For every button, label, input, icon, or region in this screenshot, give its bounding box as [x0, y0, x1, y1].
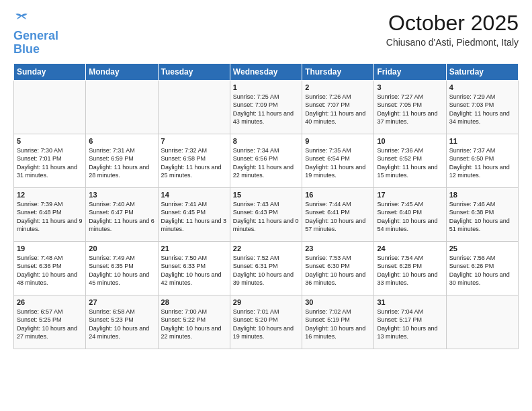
col-wednesday: Wednesday — [230, 63, 302, 80]
day-details: Sunrise: 7:29 AM Sunset: 7:03 PM Dayligh… — [449, 93, 515, 126]
table-row: 27Sunrise: 6:58 AM Sunset: 5:23 PM Dayli… — [86, 295, 158, 349]
table-row: 1Sunrise: 7:25 AM Sunset: 7:09 PM Daylig… — [230, 80, 302, 134]
table-row: 18Sunrise: 7:46 AM Sunset: 6:38 PM Dayli… — [446, 187, 518, 241]
day-details: Sunrise: 7:36 AM Sunset: 6:52 PM Dayligh… — [377, 146, 443, 180]
day-details: Sunrise: 7:41 AM Sunset: 6:45 PM Dayligh… — [161, 200, 227, 234]
day-details: Sunrise: 7:46 AM Sunset: 6:38 PM Dayligh… — [449, 200, 515, 234]
day-details: Sunrise: 7:50 AM Sunset: 6:33 PM Dayligh… — [161, 254, 227, 287]
day-details: Sunrise: 7:00 AM Sunset: 5:22 PM Dayligh… — [161, 308, 227, 341]
col-friday: Friday — [374, 63, 446, 80]
table-row: 25Sunrise: 7:56 AM Sunset: 6:26 PM Dayli… — [446, 241, 518, 295]
day-details: Sunrise: 7:48 AM Sunset: 6:36 PM Dayligh… — [17, 254, 83, 287]
day-number: 18 — [449, 191, 515, 199]
day-details: Sunrise: 7:45 AM Sunset: 6:40 PM Dayligh… — [377, 200, 443, 234]
table-row — [158, 80, 230, 134]
day-details: Sunrise: 7:26 AM Sunset: 7:07 PM Dayligh… — [305, 93, 371, 126]
day-number: 14 — [161, 191, 227, 199]
day-number: 25 — [449, 244, 515, 253]
day-number: 20 — [89, 244, 154, 253]
day-details: Sunrise: 7:40 AM Sunset: 6:47 PM Dayligh… — [89, 200, 154, 234]
calendar-body: 1Sunrise: 7:25 AM Sunset: 7:09 PM Daylig… — [14, 80, 519, 349]
day-number: 23 — [305, 244, 371, 253]
day-details: Sunrise: 7:31 AM Sunset: 6:59 PM Dayligh… — [89, 146, 154, 180]
day-details: Sunrise: 7:44 AM Sunset: 6:41 PM Dayligh… — [305, 200, 371, 234]
table-row: 23Sunrise: 7:53 AM Sunset: 6:30 PM Dayli… — [302, 241, 374, 295]
table-row: 11Sunrise: 7:37 AM Sunset: 6:50 PM Dayli… — [446, 134, 518, 187]
day-details: Sunrise: 7:32 AM Sunset: 6:58 PM Dayligh… — [161, 146, 227, 180]
table-row — [446, 295, 518, 349]
table-row: 26Sunrise: 6:57 AM Sunset: 5:25 PM Dayli… — [14, 295, 86, 349]
table-row: 22Sunrise: 7:52 AM Sunset: 6:31 PM Dayli… — [230, 241, 302, 295]
day-details: Sunrise: 7:52 AM Sunset: 6:31 PM Dayligh… — [233, 254, 299, 287]
day-number: 2 — [305, 83, 371, 91]
table-row: 20Sunrise: 7:49 AM Sunset: 6:35 PM Dayli… — [86, 241, 158, 295]
calendar-table: Sunday Monday Tuesday Wednesday Thursday… — [13, 63, 519, 349]
day-details: Sunrise: 6:58 AM Sunset: 5:23 PM Dayligh… — [89, 308, 154, 341]
day-details: Sunrise: 7:35 AM Sunset: 6:54 PM Dayligh… — [305, 146, 371, 180]
table-row — [86, 80, 158, 134]
day-details: Sunrise: 7:49 AM Sunset: 6:35 PM Dayligh… — [89, 254, 154, 287]
logo-text: General Blue — [13, 30, 58, 56]
day-number: 9 — [305, 137, 371, 145]
table-row: 29Sunrise: 7:01 AM Sunset: 5:20 PM Dayli… — [230, 295, 302, 349]
day-number: 26 — [17, 298, 83, 306]
day-details: Sunrise: 7:30 AM Sunset: 7:01 PM Dayligh… — [17, 146, 83, 180]
day-details: Sunrise: 7:37 AM Sunset: 6:50 PM Dayligh… — [449, 146, 515, 180]
day-number: 13 — [89, 191, 154, 199]
day-details: Sunrise: 7:27 AM Sunset: 7:05 PM Dayligh… — [377, 93, 443, 126]
day-details: Sunrise: 7:01 AM Sunset: 5:20 PM Dayligh… — [233, 308, 299, 341]
day-number: 11 — [449, 137, 515, 145]
col-monday: Monday — [86, 63, 158, 80]
title-block: October 2025 Chiusano d'Asti, Piedmont, … — [386, 11, 519, 48]
table-row: 3Sunrise: 7:27 AM Sunset: 7:05 PM Daylig… — [374, 80, 446, 134]
table-row: 24Sunrise: 7:54 AM Sunset: 6:28 PM Dayli… — [374, 241, 446, 295]
day-number: 8 — [233, 137, 299, 145]
day-number: 15 — [233, 191, 299, 199]
table-row — [14, 80, 86, 134]
table-row: 28Sunrise: 7:00 AM Sunset: 5:22 PM Dayli… — [158, 295, 230, 349]
logo-icon — [13, 11, 30, 27]
table-row: 12Sunrise: 7:39 AM Sunset: 6:48 PM Dayli… — [14, 187, 86, 241]
day-number: 21 — [161, 244, 227, 253]
day-number: 16 — [305, 191, 371, 199]
col-saturday: Saturday — [446, 63, 518, 80]
col-sunday: Sunday — [14, 63, 86, 80]
calendar-header: Sunday Monday Tuesday Wednesday Thursday… — [14, 63, 519, 80]
table-row: 16Sunrise: 7:44 AM Sunset: 6:41 PM Dayli… — [302, 187, 374, 241]
day-number: 24 — [377, 244, 443, 253]
page-header: General Blue October 2025 Chiusano d'Ast… — [13, 11, 519, 56]
table-row: 8Sunrise: 7:34 AM Sunset: 6:56 PM Daylig… — [230, 134, 302, 187]
table-row: 14Sunrise: 7:41 AM Sunset: 6:45 PM Dayli… — [158, 187, 230, 241]
col-tuesday: Tuesday — [158, 63, 230, 80]
day-number: 29 — [233, 298, 299, 306]
table-row: 10Sunrise: 7:36 AM Sunset: 6:52 PM Dayli… — [374, 134, 446, 187]
day-details: Sunrise: 7:02 AM Sunset: 5:19 PM Dayligh… — [305, 308, 371, 341]
table-row: 13Sunrise: 7:40 AM Sunset: 6:47 PM Dayli… — [86, 187, 158, 241]
day-details: Sunrise: 7:39 AM Sunset: 6:48 PM Dayligh… — [17, 200, 83, 234]
day-details: Sunrise: 7:53 AM Sunset: 6:30 PM Dayligh… — [305, 254, 371, 287]
day-details: Sunrise: 7:43 AM Sunset: 6:43 PM Dayligh… — [233, 200, 299, 234]
day-number: 30 — [305, 298, 371, 306]
table-row: 6Sunrise: 7:31 AM Sunset: 6:59 PM Daylig… — [86, 134, 158, 187]
day-number: 19 — [17, 244, 83, 253]
day-details: Sunrise: 7:25 AM Sunset: 7:09 PM Dayligh… — [233, 93, 299, 126]
day-number: 22 — [233, 244, 299, 253]
day-number: 12 — [17, 191, 83, 199]
table-row: 31Sunrise: 7:04 AM Sunset: 5:17 PM Dayli… — [374, 295, 446, 349]
day-number: 5 — [17, 137, 83, 145]
table-row: 4Sunrise: 7:29 AM Sunset: 7:03 PM Daylig… — [446, 80, 518, 134]
day-number: 4 — [449, 83, 515, 91]
logo: General Blue — [13, 11, 58, 56]
day-details: Sunrise: 7:34 AM Sunset: 6:56 PM Dayligh… — [233, 146, 299, 180]
day-number: 1 — [233, 83, 299, 91]
table-row: 5Sunrise: 7:30 AM Sunset: 7:01 PM Daylig… — [14, 134, 86, 187]
day-number: 7 — [161, 137, 227, 145]
day-number: 6 — [89, 137, 154, 145]
table-row: 17Sunrise: 7:45 AM Sunset: 6:40 PM Dayli… — [374, 187, 446, 241]
day-details: Sunrise: 7:54 AM Sunset: 6:28 PM Dayligh… — [377, 254, 443, 287]
table-row: 9Sunrise: 7:35 AM Sunset: 6:54 PM Daylig… — [302, 134, 374, 187]
day-number: 3 — [377, 83, 443, 91]
day-number: 31 — [377, 298, 443, 306]
month-title: October 2025 — [386, 11, 519, 36]
day-details: Sunrise: 7:56 AM Sunset: 6:26 PM Dayligh… — [449, 254, 515, 287]
